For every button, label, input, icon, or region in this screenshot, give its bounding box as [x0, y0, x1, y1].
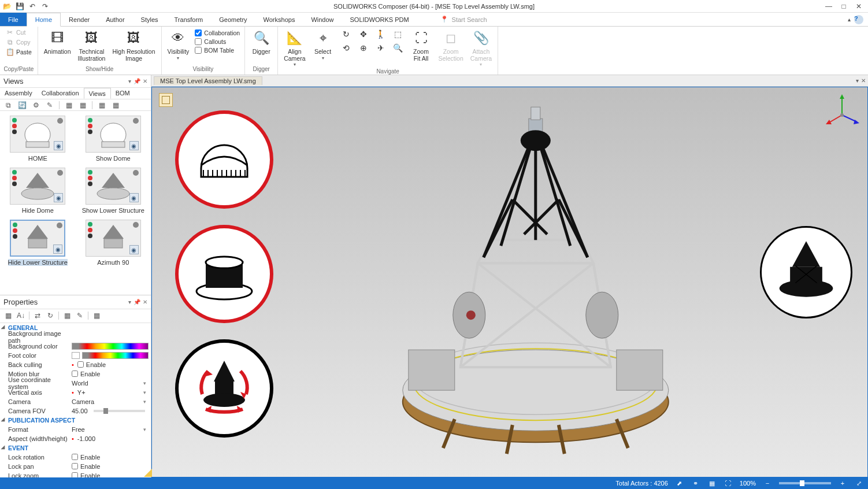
prop-row[interactable]: Lock rotationEnable [0, 453, 151, 462]
technical-illustration-button[interactable]: 🖼 Technical Illustration [76, 28, 108, 63]
doc-close-icon[interactable]: ✕ [861, 77, 866, 84]
nav-zoom-icon[interactable]: 🔍 [390, 42, 406, 54]
prop-category-event[interactable]: EVENT [0, 443, 151, 453]
zoom-selection-button[interactable]: ◻ Zoom Selection [436, 28, 466, 63]
view-item-show-dome[interactable]: ◉ Show Dome [80, 116, 147, 162]
paste-button[interactable]: 📋Paste [3, 47, 34, 57]
panel-pin-icon[interactable]: 📌 [133, 299, 140, 305]
prop-row[interactable]: Camera FOV45.00 [0, 406, 151, 416]
props-tb-icon[interactable]: A↓ [16, 311, 25, 320]
tab-styles[interactable]: Styles [133, 13, 166, 26]
cut-button[interactable]: ✂Cut [3, 28, 34, 37]
nav-pan-icon[interactable]: ✥ [355, 28, 372, 40]
zoom-slider[interactable] [779, 482, 831, 484]
prop-row[interactable]: FormatFree▾ [0, 425, 151, 434]
prop-category-general[interactable]: GENERAL [0, 323, 151, 332]
views-tb-icon[interactable]: ▦ [97, 101, 106, 110]
viewport-resize-grip[interactable] [144, 469, 152, 477]
search-box[interactable]: 📍 Start Search [440, 13, 487, 26]
prop-row[interactable]: Background color [0, 342, 151, 351]
nav-fly-icon[interactable]: ✈ [373, 42, 389, 54]
props-tb-icon[interactable]: ▦ [92, 311, 101, 320]
views-tab-bom[interactable]: BOM [111, 88, 135, 99]
callouts-checkbox[interactable]: Callouts [194, 38, 241, 46]
digger-button[interactable]: 🔍 Digger [248, 28, 274, 57]
rotate-icon-button[interactable] [175, 339, 273, 438]
views-tb-icon[interactable]: ▦ [111, 101, 120, 110]
statusbar-expand-icon[interactable]: ⤢ [854, 479, 863, 488]
tab-solidworks-pdm[interactable]: SOLIDWORKS PDM [342, 13, 417, 26]
select-button[interactable]: ⌖ Select ▾ [310, 28, 336, 62]
tab-workshops[interactable]: Workshops [255, 13, 303, 26]
view-item-home[interactable]: ◉ HOME [5, 116, 71, 162]
minimize-button[interactable]: — [822, 1, 836, 12]
props-tb-icon[interactable]: ✎ [75, 311, 84, 320]
views-tb-icon[interactable]: ⧉ [3, 101, 13, 110]
prop-row[interactable]: Background image path [0, 332, 151, 342]
undo-icon[interactable]: ↶ [28, 2, 37, 11]
views-tb-icon[interactable]: 🔄 [17, 101, 27, 110]
viewport-3d[interactable] [151, 87, 868, 477]
prop-category-publication-aspect[interactable]: PUBLICATION ASPECT [0, 416, 151, 425]
maximize-button[interactable]: □ [837, 1, 851, 12]
save-icon[interactable]: 💾 [15, 2, 24, 11]
prop-row[interactable]: CameraCamera▾ [0, 397, 151, 406]
open-icon[interactable]: 📂 [2, 2, 12, 11]
prop-row[interactable]: Lock panEnable [0, 462, 151, 471]
visibility-button[interactable]: 👁 Visibility ▾ [165, 28, 192, 62]
panel-dropdown-icon[interactable]: ▾ [128, 299, 131, 305]
prop-row[interactable]: Vertical axisY+▾ [0, 388, 151, 397]
statusbar-fit-icon[interactable]: ⛶ [724, 479, 733, 488]
zoom-in-button[interactable]: + [838, 479, 847, 488]
nav-orbit-icon[interactable]: ⊕ [355, 42, 372, 54]
statusbar-grid-icon[interactable]: ▦ [707, 479, 717, 488]
panel-dropdown-icon[interactable]: ▾ [128, 78, 131, 84]
help-icon[interactable]: ? [854, 15, 863, 24]
view-item-hide-dome[interactable]: ◉ Hide Dome [5, 168, 71, 214]
attach-camera-button[interactable]: 📎 Attach Camera ▾ [468, 28, 494, 68]
chevron-down-icon[interactable]: ▾ [143, 390, 149, 395]
close-button[interactable]: ✕ [852, 1, 866, 12]
panel-pin-icon[interactable]: 📌 [133, 78, 140, 84]
statusbar-cursor-icon[interactable]: ⬈ [675, 479, 684, 488]
panel-close-icon[interactable]: ✕ [143, 299, 147, 305]
file-menu[interactable]: File [0, 13, 27, 26]
tab-home[interactable]: Home [27, 13, 61, 27]
animation-button[interactable]: 🎞 Animation [42, 28, 73, 57]
document-tab[interactable]: MSE Top Level Assembly LW.smg [154, 76, 262, 85]
copy-button[interactable]: ⧉Copy [3, 38, 34, 47]
chevron-down-icon[interactable]: ▾ [143, 427, 149, 432]
chevron-down-icon[interactable]: ▾ [143, 399, 149, 405]
align-camera-button[interactable]: 📐 Align Camera ▾ [281, 28, 307, 68]
chevron-down-icon[interactable]: ▾ [143, 380, 149, 386]
prop-row[interactable]: Foot color [0, 351, 151, 360]
tab-author[interactable]: Author [98, 13, 132, 26]
view-item-show-lower-structure[interactable]: ◉ Show Lower Structure [80, 168, 147, 214]
props-tb-icon[interactable]: ▦ [62, 311, 72, 320]
views-tb-icon[interactable]: ▦ [64, 101, 73, 110]
ribbon-collapse-icon[interactable]: ▴ [848, 16, 851, 23]
detail-inset-view[interactable] [760, 226, 852, 318]
props-tb-icon[interactable]: ▦ [3, 311, 13, 320]
props-tb-icon[interactable]: ⇄ [33, 311, 42, 320]
statusbar-link-icon[interactable]: ⚭ [691, 479, 700, 488]
high-res-image-button[interactable]: 🖼 High Resolution Image [110, 28, 157, 63]
views-tab-collaboration[interactable]: Collaboration [37, 88, 84, 99]
tab-render[interactable]: Render [61, 13, 98, 26]
bom-table-checkbox[interactable]: BOM Table [194, 46, 241, 54]
view-item-hide-lower-structure[interactable]: ◉ Hide Lower Structure [5, 220, 71, 266]
zoom-out-button[interactable]: − [763, 479, 772, 488]
panel-close-icon[interactable]: ✕ [143, 78, 147, 84]
views-tb-icon[interactable]: ✎ [45, 101, 54, 110]
dome-icon-button[interactable] [175, 110, 273, 209]
doc-dropdown-icon[interactable]: ▾ [856, 77, 859, 84]
redo-icon[interactable]: ↷ [40, 2, 50, 11]
collaboration-checkbox[interactable]: Collaboration [194, 29, 241, 37]
prop-row[interactable]: Lock zoomEnable [0, 471, 151, 477]
nav-zoomarea-icon[interactable]: ⬚ [390, 28, 406, 40]
nav-turn-icon[interactable]: ⟲ [338, 42, 354, 54]
views-tb-icon[interactable]: ▦ [78, 101, 87, 110]
tab-window[interactable]: Window [303, 13, 342, 26]
tab-transform[interactable]: Transform [166, 13, 212, 26]
views-tb-icon[interactable]: ⚙ [31, 101, 40, 110]
